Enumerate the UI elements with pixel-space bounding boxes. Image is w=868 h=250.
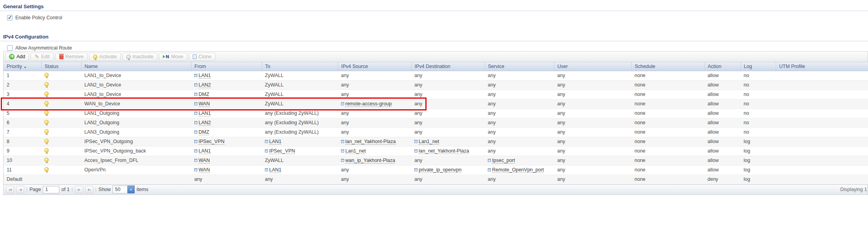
cell-schedule: none [631,137,704,146]
column-header-status[interactable]: Status [41,62,81,71]
object-reference-link[interactable]: Ipsec_port [488,158,515,164]
add-button[interactable]: Add [5,53,29,61]
object-reference-link[interactable]: WAN [194,101,210,107]
cell-user: any [554,108,631,118]
cell-log: no [740,80,776,90]
column-header-user[interactable]: User [554,62,631,71]
object-reference-link[interactable]: LAN1 [265,139,281,145]
status-on-bulb-icon [44,110,49,115]
object-reference-link[interactable]: Lan1_net [341,148,366,154]
cell-source: Lan1_net [338,146,411,156]
cell-source: any [338,127,411,137]
column-header-service[interactable]: Service [485,62,554,71]
link-text: remote-access-group [345,101,392,107]
cell-to: ZyWALL [262,156,338,165]
object-reference-link[interactable]: LAN2 [194,120,211,126]
column-header-ipv4-source[interactable]: IPv4 Source [338,62,411,71]
prev-page-button[interactable] [16,186,24,193]
cell-source: any [338,71,411,80]
cell-status [41,90,81,99]
table-row[interactable]: 3LAN3_to_DeviceDMZZyWALLanyanyanyanynone… [4,90,868,99]
table-row[interactable]: 9IPSec_VPN_Outgoing_backLAN1IPSec_VPNLan… [4,146,868,156]
object-reference-link[interactable]: Remote_OpenVpn_port [488,167,544,173]
column-header-to[interactable]: To [262,62,338,71]
cell-destination: any [411,156,485,165]
column-header-ipv4-destination[interactable]: IPv4 Destination [411,62,485,71]
table-row[interactable]: 11OpenVPnWANLAN1anyprivate_ip_openvpnRem… [4,165,868,175]
column-header-utm-profile[interactable]: UTM Profile [776,62,868,71]
table-row[interactable]: 7LAN3_OutgoingDMZany (Excluding ZyWALL)a… [4,127,868,137]
page-size-select[interactable]: 50 ▼ [113,186,135,193]
column-header-priority[interactable]: Priority▲ [4,62,41,71]
link-text: IPSec_VPN [199,139,224,145]
button-label: Activate [99,54,117,59]
button-label: Inactivate [133,54,154,59]
next-page-button[interactable] [75,186,83,193]
table-row[interactable]: 6LAN2_OutgoingLAN2any (Excluding ZyWALL)… [4,118,868,127]
enable-policy-checkbox[interactable] [7,15,13,20]
remove-icon [59,55,64,59]
button-label: Add [16,54,25,59]
table-row[interactable]: 2LAN2_to_DeviceLAN2ZyWALLanyanyanyanynon… [4,80,868,90]
object-icon [194,93,197,96]
cell-priority: 1 [4,71,41,80]
column-header-schedule[interactable]: Schedule [631,62,704,71]
cell-from: LAN1 [191,71,262,80]
object-reference-link[interactable]: LAN1 [194,148,211,154]
cell-log: no [740,99,776,108]
cell-name: IPSec_VPN_Outgoing [81,137,191,146]
cell-user: any [554,71,631,80]
link-text: private_ip_openvpn [419,167,461,173]
policy-table: Priority▲StatusNameFromToIPv4 SourceIPv4… [4,62,868,184]
table-row[interactable]: 10Acces_Ipsec_From_DFLWANZyWALLwan_ip_Ya… [4,156,868,165]
object-reference-link[interactable]: lan_net_Yakhont-Plaza [414,148,469,154]
object-reference-link[interactable]: private_ip_openvpn [414,167,461,173]
object-reference-link[interactable]: remote-access-group [341,101,392,107]
cell-action: allow [704,108,740,118]
cell-priority: 11 [4,165,41,175]
object-reference-link[interactable]: IPSec_VPN [194,139,224,145]
object-reference-link[interactable]: wan_ip_Yakhont-Plaza [341,158,395,164]
object-reference-link[interactable]: lan_net_Yakhont-Plaza [341,139,396,145]
object-reference-link[interactable]: LAN2 [194,82,211,88]
column-header-log[interactable]: Log [740,62,776,71]
cell-from: IPSec_VPN [191,137,262,146]
object-reference-link[interactable]: LAN1 [194,73,211,79]
button-label: Edit [41,54,50,59]
object-reference-link[interactable]: DMZ [194,92,209,97]
cell-schedule: none [631,127,704,137]
cell-user: any [554,118,631,127]
link-text: LAN1 [269,167,281,173]
cell-name: OpenVPn [81,165,191,175]
chevron-down-icon[interactable]: ▼ [128,186,135,193]
table-row[interactable]: 8IPSec_VPN_OutgoingIPSec_VPNLAN1lan_net_… [4,137,868,146]
table-row[interactable]: 4WAN_to_DeviceWANZyWALLremote-access-gro… [4,99,868,108]
cell-source: any [338,118,411,127]
page-input[interactable] [43,186,59,193]
column-header-name[interactable]: Name [81,62,191,71]
cell-name: LAN2_to_Device [81,80,191,90]
last-page-button[interactable] [85,186,93,193]
column-header-action[interactable]: Action [704,62,740,71]
status-on-bulb-icon [44,158,49,162]
cell-name [81,175,191,184]
table-row[interactable]: 1LAN1_to_DeviceLAN1ZyWALLanyanyanyanynon… [4,71,868,80]
button-label: Clone [199,54,212,59]
cell-log: log [740,137,776,146]
cell-schedule: none [631,146,704,156]
object-reference-link[interactable]: DMZ [194,129,209,135]
object-reference-link[interactable]: WAN [194,158,210,164]
object-reference-link[interactable]: LAN1 [194,110,211,116]
allow-asym-checkbox[interactable] [7,45,13,51]
object-reference-link[interactable]: LAN1 [265,167,281,173]
object-reference-link[interactable]: WAN [194,167,210,173]
edit-icon [35,54,39,60]
cell-utm [776,118,868,127]
object-reference-link[interactable]: Lan1_net [414,139,439,145]
object-reference-link[interactable]: IPSec_VPN [265,148,295,154]
column-header-from[interactable]: From [191,62,262,71]
table-row[interactable]: Defaultanyanyanyanyanyanynonedenylog [4,175,868,184]
first-page-button[interactable] [6,186,14,193]
cell-name: Acces_Ipsec_From_DFL [81,156,191,165]
table-row[interactable]: 5LAN1_OutgoingLAN1any (Excluding ZyWALL)… [4,108,868,118]
